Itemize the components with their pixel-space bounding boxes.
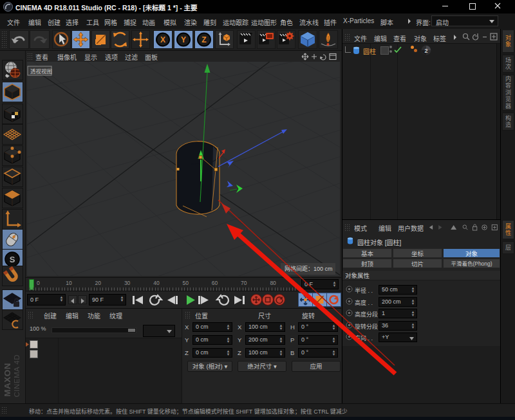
svg-text:Z: Z	[201, 35, 206, 44]
svg-text:Y: Y	[181, 35, 186, 44]
svg-text:2: 2	[424, 48, 427, 54]
svg-text:S: S	[10, 255, 15, 264]
svg-text:X: X	[160, 35, 165, 44]
svg-text:透视视图: 透视视图	[30, 68, 52, 75]
svg-text:网格间距：100 cm: 网格间距：100 cm	[285, 265, 333, 272]
